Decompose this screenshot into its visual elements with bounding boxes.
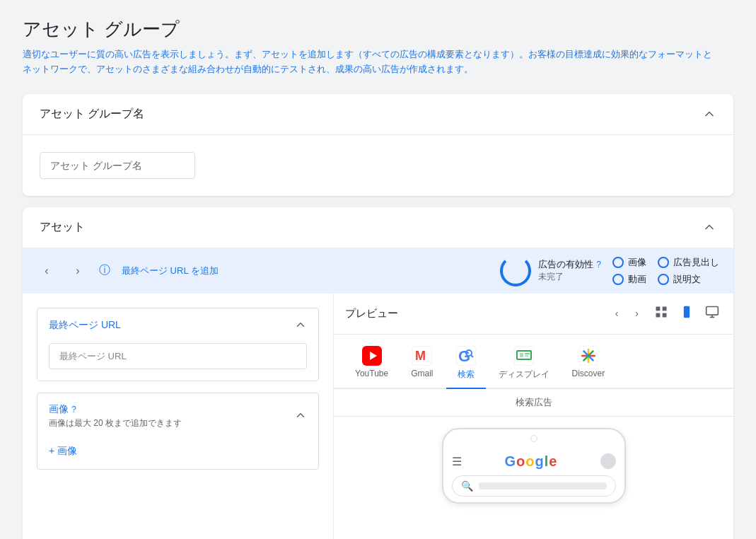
tab-gmail-label: Gmail bbox=[411, 369, 433, 378]
ad-type-label: 検索広告 bbox=[334, 389, 733, 417]
svg-rect-20 bbox=[525, 355, 528, 357]
url-input[interactable] bbox=[49, 343, 307, 369]
toolbar-next-button[interactable]: › bbox=[68, 261, 88, 281]
url-section-chevron-icon[interactable] bbox=[294, 318, 307, 333]
phone-notch-dot bbox=[530, 435, 537, 442]
image-section-title-group: 画像 ? 画像は最大 20 枚まで追加できます bbox=[49, 403, 182, 429]
platform-tabs: YouTube M Gmail bbox=[334, 335, 733, 389]
checkbox-video: 動画 bbox=[612, 273, 646, 286]
search-bar-placeholder bbox=[479, 482, 607, 489]
image-section-subtitle: 画像は最大 20 枚まで追加できます bbox=[49, 417, 182, 429]
tab-gmail[interactable]: M Gmail bbox=[401, 340, 443, 389]
search-icon: 🔍 bbox=[461, 480, 473, 492]
asset-group-name-input[interactable] bbox=[40, 152, 195, 179]
image-section-header: 画像 ? 画像は最大 20 枚まで追加できます bbox=[37, 393, 318, 439]
tab-discover[interactable]: Discover bbox=[562, 340, 615, 389]
radio-headline-icon[interactable] bbox=[658, 257, 669, 268]
asset-group-name-title: アセット グループ名 bbox=[40, 107, 144, 122]
assets-toolbar: ‹ › ⓘ 最終ページ URL を追加 広告の有効性 ? 未完了 画像 bbox=[23, 248, 733, 294]
checkbox-group-right: 広告見出し 説明文 bbox=[658, 256, 719, 286]
phone-browser: ☰ Google 🔍 bbox=[443, 448, 624, 502]
chevron-up-icon[interactable] bbox=[702, 107, 716, 121]
view-icons bbox=[651, 302, 722, 325]
youtube-icon bbox=[362, 346, 382, 366]
right-panel: プレビュー ‹ › bbox=[334, 294, 733, 539]
effectiveness-status: 未完了 bbox=[538, 271, 601, 283]
svg-rect-1 bbox=[663, 306, 667, 311]
image-sub-section: 画像 ? 画像は最大 20 枚まで追加できます + 画像 bbox=[37, 393, 319, 470]
effectiveness-text: 広告の有効性 ? 未完了 bbox=[538, 258, 601, 283]
user-avatar bbox=[600, 453, 616, 469]
add-image-button[interactable]: + 画像 bbox=[37, 439, 88, 469]
toolbar-prev-button[interactable]: ‹ bbox=[37, 261, 57, 281]
gmail-icon: M bbox=[412, 346, 432, 366]
browser-menu-bar: ☰ Google bbox=[452, 453, 616, 470]
phone-notch bbox=[443, 429, 624, 448]
effectiveness-label: 広告の有効性 ? bbox=[538, 258, 601, 271]
asset-group-name-card: アセット グループ名 bbox=[23, 94, 733, 196]
info-icon[interactable]: ⓘ bbox=[99, 263, 110, 278]
google-logo: Google bbox=[505, 453, 557, 470]
grid-view-button[interactable] bbox=[651, 302, 671, 325]
image-section-chevron-icon[interactable] bbox=[294, 409, 307, 424]
svg-rect-19 bbox=[525, 353, 530, 354]
radio-description-icon[interactable] bbox=[658, 274, 669, 285]
discover-icon bbox=[578, 346, 598, 366]
effectiveness-help-icon[interactable]: ? bbox=[596, 260, 601, 270]
display-icon bbox=[514, 346, 534, 366]
svg-rect-18 bbox=[520, 353, 523, 357]
svg-text:M: M bbox=[415, 349, 426, 363]
checkbox-image: 画像 bbox=[612, 256, 646, 269]
url-section-header: 最終ページ URL bbox=[37, 308, 318, 343]
image-section-title: 画像 bbox=[49, 403, 69, 416]
search-google-icon: G bbox=[456, 346, 476, 366]
tab-display[interactable]: ディスプレイ bbox=[489, 340, 559, 389]
svg-rect-5 bbox=[706, 306, 719, 315]
effectiveness-circle bbox=[500, 255, 531, 286]
preview-prev-button[interactable]: ‹ bbox=[611, 305, 623, 322]
tab-display-label: ディスプレイ bbox=[499, 369, 549, 381]
assets-content: 最終ページ URL 画像 bbox=[23, 294, 733, 539]
url-sub-section: 最終ページ URL bbox=[37, 308, 319, 381]
svg-rect-2 bbox=[656, 313, 661, 317]
assets-card: アセット ‹ › ⓘ 最終ページ URL を追加 広告の有効性 ? 未 bbox=[23, 207, 733, 539]
page-description: 適切なユーザーに質の高い広告を表示しましょう。まず、アセットを追加します（すべて… bbox=[23, 47, 716, 77]
tab-search-label: 検索 bbox=[458, 369, 475, 381]
checkbox-headline: 広告見出し bbox=[658, 256, 719, 269]
assets-card-header: アセット bbox=[23, 207, 733, 248]
tab-youtube[interactable]: YouTube bbox=[345, 340, 398, 389]
image-help-icon[interactable]: ? bbox=[71, 405, 76, 415]
url-section-title: 最終ページ URL bbox=[49, 319, 121, 332]
radio-video-icon[interactable] bbox=[612, 274, 624, 285]
tab-discover-label: Discover bbox=[572, 369, 605, 378]
checkbox-description: 説明文 bbox=[658, 273, 719, 286]
add-url-link[interactable]: 最終ページ URL を追加 bbox=[122, 265, 219, 277]
preview-header: プレビュー ‹ › bbox=[334, 294, 733, 335]
svg-rect-4 bbox=[684, 306, 690, 318]
tab-youtube-label: YouTube bbox=[355, 369, 388, 378]
search-bar-mock: 🔍 bbox=[452, 475, 616, 497]
left-panel: 最終ページ URL 画像 bbox=[23, 294, 334, 539]
svg-rect-3 bbox=[663, 313, 667, 317]
assets-chevron-up-icon[interactable] bbox=[702, 220, 716, 234]
svg-rect-0 bbox=[656, 306, 661, 311]
phone-mockup: ☰ Google 🔍 bbox=[442, 428, 626, 504]
page-title: アセット グループ bbox=[23, 17, 733, 42]
checkbox-group-left: 画像 動画 bbox=[612, 256, 646, 286]
desktop-view-button[interactable] bbox=[702, 302, 722, 325]
mobile-view-button[interactable] bbox=[677, 302, 697, 325]
asset-group-name-body bbox=[23, 135, 733, 196]
radio-image-icon[interactable] bbox=[612, 257, 624, 268]
preview-title: プレビュー bbox=[345, 307, 603, 320]
asset-group-name-card-header: アセット グループ名 bbox=[23, 94, 733, 135]
hamburger-icon: ☰ bbox=[452, 455, 462, 468]
tab-search[interactable]: G 検索 bbox=[446, 340, 486, 389]
preview-next-button[interactable]: › bbox=[631, 305, 643, 322]
assets-title: アセット bbox=[40, 220, 85, 235]
effectiveness-section: 広告の有効性 ? 未完了 bbox=[500, 255, 601, 286]
